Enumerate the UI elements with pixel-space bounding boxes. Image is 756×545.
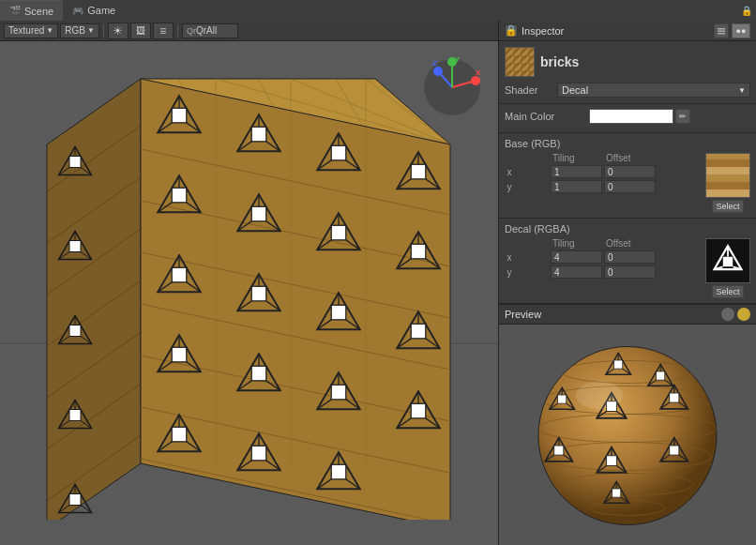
- svg-rect-67: [411, 244, 426, 259]
- main-color-label: Main Color: [505, 111, 589, 122]
- shading-dropdown[interactable]: Textured ▼: [4, 23, 58, 38]
- svg-point-156: [471, 76, 480, 85]
- svg-rect-97: [251, 366, 266, 381]
- svg-rect-102: [331, 385, 346, 400]
- preview-viewport[interactable]: [499, 325, 756, 545]
- svg-rect-52: [172, 188, 187, 203]
- decal-offset-header: Offset: [604, 238, 656, 249]
- base-offset-y[interactable]: [604, 180, 656, 193]
- decal-rgba-section: Decal (RGBA) Tiling Offset x: [499, 219, 756, 304]
- base-texture-row: Tiling Offset x y: [505, 153, 750, 213]
- svg-rect-117: [251, 446, 266, 461]
- sun-icon-btn[interactable]: ☀: [108, 23, 129, 39]
- inspector-menu-icon-2[interactable]: ●●: [732, 23, 750, 38]
- base-x-key: x: [505, 167, 514, 177]
- svg-rect-213: [670, 446, 679, 455]
- inspector-header: 🔒 Inspector ●●: [499, 21, 756, 41]
- svg-rect-77: [251, 286, 266, 301]
- svg-rect-218: [612, 489, 621, 497]
- search-input[interactable]: [196, 25, 234, 36]
- svg-point-222: [576, 381, 623, 409]
- image-icon-btn[interactable]: 🖼: [130, 23, 151, 39]
- svg-rect-203: [554, 446, 564, 455]
- decal-tiling-y[interactable]: [551, 265, 602, 279]
- shading-label: Textured: [8, 25, 44, 36]
- color-swatch[interactable]: [589, 109, 673, 124]
- tab-scene[interactable]: 🎬 Scene: [0, 0, 63, 21]
- search-prefix-icon: Qr: [187, 26, 196, 36]
- svg-point-153: [433, 67, 443, 76]
- decal-tiling-x[interactable]: [551, 250, 602, 264]
- base-texture-thumb-group: Select: [705, 153, 750, 213]
- axis-gizmo: Z X Y: [419, 54, 485, 120]
- svg-rect-165: [723, 257, 733, 267]
- scene-tab-label: Scene: [24, 6, 53, 17]
- base-texture-thumbnail[interactable]: [705, 153, 750, 198]
- search-box[interactable]: Qr: [182, 23, 238, 38]
- inspector-dots-icon: ●●: [736, 26, 747, 36]
- svg-rect-47: [411, 164, 426, 179]
- svg-rect-163: [718, 33, 725, 35]
- decal-texture-row: Tiling Offset x y: [505, 238, 750, 298]
- svg-marker-20: [141, 79, 450, 520]
- main-color-row: Main Color ✏: [505, 109, 750, 124]
- base-texture-fields: Tiling Offset x y: [505, 153, 702, 195]
- decal-texture-thumbnail[interactable]: [705, 238, 750, 283]
- decal-select-button[interactable]: Select: [712, 285, 743, 298]
- inspector-menu-icon-1[interactable]: [714, 23, 729, 38]
- svg-rect-137: [69, 325, 81, 337]
- base-tiling-header: Tiling: [551, 153, 602, 163]
- base-offset-x[interactable]: [604, 165, 656, 178]
- svg-rect-107: [411, 403, 426, 418]
- base-header-row: Tiling Offset: [505, 153, 702, 163]
- main-area: Textured ▼ RGB ▼ ☀ 🖼 ≡: [0, 21, 756, 545]
- channel-dropdown[interactable]: RGB ▼: [60, 23, 99, 38]
- svg-rect-132: [69, 241, 81, 252]
- svg-rect-147: [69, 494, 81, 506]
- svg-rect-82: [331, 305, 346, 320]
- decal-texture-fields: Tiling Offset x y: [505, 238, 702, 280]
- app-root: 🎬 Scene 🎮 Game 🔒 Textured ▼ RGB ▼: [0, 0, 756, 545]
- shader-dropdown[interactable]: Decal ▼: [557, 83, 750, 98]
- decal-header-row: Tiling Offset: [505, 238, 702, 249]
- layers-icon-btn[interactable]: ≡: [153, 23, 174, 39]
- svg-rect-142: [69, 410, 81, 421]
- material-thumbnail: [505, 47, 535, 77]
- decal-rgba-label: Decal (RGBA): [505, 223, 750, 235]
- preview-header: Preview: [499, 304, 756, 325]
- shader-chevron-icon: ▼: [738, 86, 746, 95]
- decal-offset-x[interactable]: [604, 250, 656, 264]
- eyedropper-button[interactable]: ✏: [675, 109, 690, 124]
- tab-game[interactable]: 🎮 Game: [63, 0, 125, 21]
- svg-rect-178: [614, 360, 623, 369]
- scene-tab-icon: 🎬: [9, 6, 21, 16]
- decal-x-key: x: [505, 252, 514, 263]
- main-color-section: Main Color ✏: [499, 104, 756, 133]
- scene-viewport[interactable]: Z X Y: [0, 41, 498, 545]
- layers-icon: ≡: [159, 24, 166, 38]
- channel-chevron-icon: ▼: [87, 26, 95, 35]
- preview-dot-yellow[interactable]: [737, 308, 750, 321]
- base-rgb-label: Base (RGB): [505, 138, 750, 149]
- scene-panel: Textured ▼ RGB ▼ ☀ 🖼 ≡: [0, 21, 498, 545]
- decal-x-row: x: [505, 250, 702, 264]
- toolbar-divider-1: [103, 24, 104, 38]
- svg-rect-198: [670, 393, 679, 402]
- base-x-row: x: [505, 165, 702, 178]
- svg-rect-112: [172, 427, 187, 442]
- svg-text:X: X: [476, 68, 481, 77]
- base-tiling-y[interactable]: [551, 180, 602, 193]
- decal-offset-y[interactable]: [604, 265, 656, 279]
- preview-title-label: Preview: [505, 309, 721, 320]
- decal-tiling-header: Tiling: [551, 238, 602, 249]
- preview-sphere-svg: [520, 334, 735, 536]
- base-tiling-x[interactable]: [551, 165, 602, 178]
- base-select-button[interactable]: Select: [712, 200, 743, 213]
- material-info: bricks: [540, 54, 579, 69]
- decal-y-row: y: [505, 265, 702, 279]
- svg-rect-208: [607, 455, 617, 465]
- inspector-icon-group: ●●: [714, 23, 750, 38]
- preview-dot-gray[interactable]: [721, 308, 734, 321]
- scene-toolbar: Textured ▼ RGB ▼ ☀ 🖼 ≡: [0, 21, 498, 41]
- channel-label: RGB: [65, 25, 85, 36]
